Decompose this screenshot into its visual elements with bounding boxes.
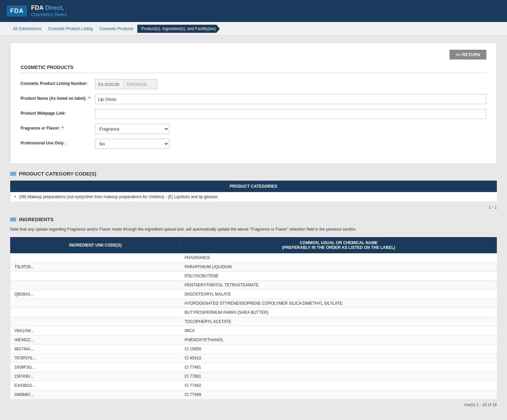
table-row: 15FIX9V... CI 77891 [10, 372, 497, 381]
ingredient-name: CI 45410 [180, 354, 497, 363]
unii-code [10, 308, 181, 317]
table-row: QBS8A3... DIISOSTEARYL MALATE [10, 290, 497, 299]
return-btn-row: << RETURN [21, 50, 486, 60]
title-highlight: Direct, [45, 4, 64, 11]
unii-code: 481744A... [10, 345, 181, 354]
product-categories-table: PRODUCT CATEGORIES • (08) Makeup prepara… [10, 181, 497, 202]
professional-row: Professional Use Only : No Yes [21, 139, 486, 149]
listing-number-field: 53-319130- XXXXXXX [95, 79, 157, 89]
listing-number-row: Cosmetic Product Listing Number: 53-3191… [21, 79, 486, 89]
main-content: << RETURN COSMETIC PRODUCTS Cosmetic Pro… [0, 36, 507, 415]
professional-label: Professional Use Only : [21, 139, 95, 145]
ingredient-name: MICA [180, 326, 497, 335]
name-col-header: COMMON, USUAL OR CHEMICAL NAME(PREFERABL… [180, 237, 497, 253]
fragrance-row: Fragrance or Flavor: * Fragrance Flavor … [21, 124, 486, 134]
table-row: V8A1AW... MICA [10, 326, 497, 335]
listing-number-label: Cosmetic Product Listing Number: [21, 79, 95, 86]
table-row: • (08) Makeup preparations (not eye)(oth… [10, 192, 497, 202]
breadcrumb-product-listing[interactable]: Cosmetic Product Listing [45, 25, 96, 32]
product-categories-col-header: PRODUCT CATEGORIES [10, 181, 497, 192]
unii-code: V8A1AW... [10, 326, 181, 335]
product-category-cell: • (08) Makeup preparations (not eye)(oth… [10, 192, 497, 202]
table-row: XM0M87... CI 77499 [10, 390, 497, 399]
product-category-title: PRODUCT CATEGORY CODE(S) [19, 171, 96, 177]
table-row: HIE492Z... PHENOXYETHANOL [10, 335, 497, 345]
table-row: PENTAERYTHRITOL TETRASTEARATE [10, 281, 497, 290]
ingredient-name: TOCOPHERYL ACETATE [180, 317, 497, 326]
unii-code [10, 281, 181, 290]
product-category-text: (08) Makeup preparations (not eye)(other… [19, 194, 218, 199]
unii-code [10, 272, 181, 281]
ingredients-section: INGREDIENTS Note that any update regardi… [10, 216, 497, 409]
breadcrumb-current: Product(s), Ingredient(s), and Facility(… [137, 25, 220, 33]
breadcrumb-sep-3 [136, 26, 137, 31]
unii-col-header: INGREDIENT UNII CODE(S) [10, 237, 181, 253]
unii-code: 767IP0Y5... [10, 354, 181, 363]
webpage-input[interactable] [95, 109, 486, 119]
table-row: 481744A... CI 15850 [10, 345, 497, 354]
ingredient-name: HYDROGENATED STYRENE/ISOPRENE COPOLYMER … [180, 299, 497, 308]
table-row: 767IP0Y5... CI 45410 [10, 354, 497, 363]
breadcrumb-nav: All Submissions Cosmetic Product Listing… [0, 22, 507, 36]
unii-code [10, 253, 181, 262]
breadcrumb-all-submissions[interactable]: All Submissions [10, 25, 44, 32]
table-row: FRAGRANCE [10, 253, 497, 262]
bullet-icon: • [15, 194, 16, 199]
app-title: FDA Direct, Cosmetics Direct [31, 4, 67, 17]
webpage-label: Product Webpage Link: [21, 109, 95, 116]
table-row: POLYISOBUTENE [10, 272, 497, 281]
listing-prefix: 53-319130- [95, 79, 123, 89]
product-name-input[interactable] [95, 94, 486, 104]
product-name-required: * [87, 96, 90, 101]
categories-pagination: 1 - 1 [10, 204, 497, 211]
unii-code: T5L8T28... [10, 262, 181, 272]
product-category-section: PRODUCT CATEGORY CODE(S) PRODUCT CATEGOR… [10, 171, 497, 211]
ingredient-name: PHENOXYETHANOL [180, 335, 497, 345]
webpage-row: Product Webpage Link: [21, 109, 486, 119]
ingredients-table: INGREDIENT UNII CODE(S) COMMON, USUAL OR… [10, 237, 497, 399]
row-count: row(s) 1 - 16 of 16 [10, 401, 497, 409]
title-line2: Cosmetics Direct [31, 12, 67, 18]
professional-select[interactable]: No Yes [95, 139, 169, 149]
ingredient-name: CI 77891 [180, 372, 497, 381]
unii-code: EX438O2... [10, 381, 181, 390]
ingredients-icon [10, 217, 16, 221]
product-name-row: Product Name (As listed on label): * [21, 94, 486, 104]
app-header: FDA FDA Direct, Cosmetics Direct [0, 0, 507, 22]
cosmetic-products-card: << RETURN COSMETIC PRODUCTS Cosmetic Pro… [10, 43, 497, 164]
fda-logo: FDA [7, 5, 27, 17]
fragrance-label: Fragrance or Flavor: * [21, 124, 95, 131]
table-row: BUTYROSPERMUM PARKII (SHEA BUTTER) [10, 308, 497, 317]
return-button[interactable]: << RETURN [450, 50, 486, 60]
ingredients-header: INGREDIENTS [10, 216, 497, 222]
product-category-header: PRODUCT CATEGORY CODE(S) [10, 171, 497, 177]
ingredient-name: DIISOSTEARYL MALATE [180, 290, 497, 299]
ingredient-name: POLYISOBUTENE [180, 272, 497, 281]
ingredient-name: BUTYROSPERMUM PARKII (SHEA BUTTER) [180, 308, 497, 317]
product-name-label: Product Name (As listed on label): * [21, 94, 95, 101]
table-row: TOCOPHERYL ACETATE [10, 317, 497, 326]
ingredient-name: PENTAERYTHRITOL TETRASTEARATE [180, 281, 497, 290]
table-row: 1K09F3G... CI 77491 [10, 363, 497, 372]
unii-code: 1K09F3G... [10, 363, 181, 372]
ingredient-name: CI 77492 [180, 381, 497, 390]
unii-code: 15FIX9V... [10, 372, 181, 381]
ingredient-name: CI 15850 [180, 345, 497, 354]
ingredient-name: CI 77491 [180, 363, 497, 372]
table-row: T5L8T28... PARAFFINUM LIQUIDUM [10, 262, 497, 272]
breadcrumb-cosmetic-products[interactable]: Cosmetic Products [97, 25, 136, 32]
table-row: EX438O2... CI 77492 [10, 381, 497, 390]
table-row: HYDROGENATED STYRENE/ISOPRENE COPOLYMER … [10, 299, 497, 308]
product-category-icon [10, 172, 16, 176]
ingredient-name: CI 77499 [180, 390, 497, 399]
unii-code: QBS8A3... [10, 290, 181, 299]
unii-code: XM0M87... [10, 390, 181, 399]
title-line1: FDA Direct, [31, 4, 67, 12]
ingredients-note: Note that any update regarding Fragrance… [10, 226, 497, 232]
ingredient-name: PARAFFINUM LIQUIDUM [180, 262, 497, 272]
unii-code [10, 299, 181, 308]
ingredient-name: FRAGRANCE [180, 253, 497, 262]
listing-suffix: XXXXXXX [123, 79, 157, 89]
unii-code [10, 317, 181, 326]
fragrance-select[interactable]: Fragrance Flavor Both Neither [95, 124, 169, 134]
